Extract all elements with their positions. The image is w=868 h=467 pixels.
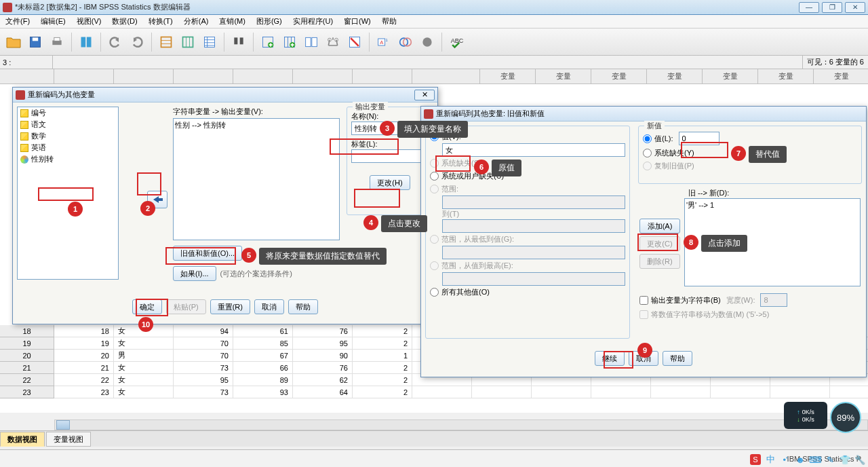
radio-range-low[interactable]: 范围，从最低到值(G): [430,233,625,246]
tab-data-view[interactable]: 数据视图 [0,432,45,447]
column-variable[interactable]: 变量 [703,69,758,84]
if-button[interactable]: 如果(I)... [173,266,216,281]
minimize-button[interactable]: — [799,2,819,13]
show-all-icon[interactable] [418,33,437,52]
menu-file[interactable]: 文件(F) [0,15,35,28]
svg-rect-6 [161,37,172,47]
ime-icon[interactable]: S [750,454,761,465]
scale-icon [20,132,28,141]
menu-data[interactable]: 数据(D) [106,15,142,28]
redo-icon[interactable] [127,33,146,52]
toolbar: A1 ABC [0,29,868,56]
menu-window[interactable]: 窗口(W) [338,15,376,28]
annotation-label-7: 替代值 [749,146,787,163]
cancel-button[interactable]: 取消 [254,299,284,314]
column-variable[interactable]: 变量 [480,69,536,84]
scale-icon [20,109,28,117]
selected-list[interactable]: 性别 --> 性别转 [173,118,340,240]
menu-marketing[interactable]: 直销(M) [214,15,251,28]
tray-icon[interactable]: 👕 [840,454,850,465]
convert-numeric-checkbox[interactable]: 将数值字符串移动为数值(M) ('5'->5) [639,310,861,320]
help-button[interactable]: 帮助 [663,351,692,366]
annotation-box-9 [604,351,633,369]
value-labels-icon[interactable]: A1 [374,33,393,52]
annotation-box-3 [330,138,399,155]
horizontal-scrollbar[interactable] [54,419,868,430]
insert-case-icon[interactable] [258,33,277,52]
svg-rect-5 [87,37,92,47]
use-sets-icon[interactable] [396,33,415,52]
svg-rect-10 [240,37,243,44]
dialog-title: 重新编码为其他变量 [28,90,414,100]
keyboard-icon[interactable]: ⌨ [810,454,821,465]
range-low-input [442,246,625,259]
dialog-icon [16,90,25,100]
annotation-label-8: 点击添加 [701,235,747,252]
undo-icon[interactable] [106,33,125,52]
annotation-box-8 [637,234,678,251]
radio-all-other[interactable]: 所有其他值(O) [430,286,625,299]
window-title: *未标题2 [数据集2] - IBM SPSS Statistics 数据编辑器 [15,2,799,12]
tab-variable-view[interactable]: 变量视图 [46,432,91,447]
spellcheck-icon[interactable]: ABC [447,33,466,52]
add-button[interactable]: 添加(A) [639,219,680,234]
print-icon[interactable] [47,33,66,52]
save-icon[interactable] [26,33,45,52]
menu-transform[interactable]: 转换(T) [143,15,178,28]
menu-help[interactable]: 帮助 [376,15,402,28]
goto-var-icon[interactable] [178,33,197,52]
annotation-box-4 [354,189,400,208]
variables-icon[interactable] [200,33,219,52]
column-variable[interactable]: 变量 [647,69,703,84]
open-icon[interactable] [4,33,23,52]
annotation-box-10 [136,299,168,316]
menu-graphs[interactable]: 图形(G) [251,15,288,28]
output-string-checkbox[interactable]: 输出变量为字符串(B) [639,295,721,305]
menu-analyze[interactable]: 分析(A) [178,15,214,28]
insert-var-icon[interactable] [280,33,299,52]
help-button[interactable]: 帮助 [288,299,318,314]
range-from-input [442,195,625,209]
table-row[interactable]: 2323女7393642 [0,386,868,398]
dialog-icon [424,109,433,119]
column-variable[interactable]: 变量 [814,69,868,84]
maximize-button[interactable]: ❐ [822,2,842,13]
menu-edit[interactable]: 编辑(E) [35,15,71,28]
svg-point-25 [422,37,431,46]
radio-new-value[interactable]: 值(L): [643,130,857,147]
goto-case-icon[interactable] [157,33,176,52]
paste-button[interactable]: 粘贴(P) [166,299,206,314]
find-icon[interactable] [229,33,248,52]
weight-icon[interactable] [323,33,342,52]
dialog-close-icon[interactable]: ✕ [414,90,435,100]
tray-icon[interactable]: ✎ [825,454,835,465]
tray-icon[interactable]: •' [780,454,791,465]
split-file-icon[interactable] [302,33,321,52]
column-variable[interactable]: 变量 [536,69,591,84]
annotation-box-1 [38,187,94,201]
radio-range-high[interactable]: 范围，从值到最高(E): [430,259,625,272]
menu-view[interactable]: 视图(V) [71,15,107,28]
scale-icon [20,144,28,152]
system-tray: S 中 •' ☻ ⌨ ✎ 👕 🔧 [750,454,865,465]
radio-range[interactable]: 范围: [430,183,625,195]
formula-bar: 3 : 可见：6 变量的 6 [0,56,868,69]
select-cases-icon[interactable] [345,33,364,52]
change-button[interactable]: 更改(H) [370,175,410,190]
status-bar: IBM SPSS Statistics P [0,449,868,467]
tray-icon[interactable]: 中 [765,454,776,465]
settings-icon[interactable]: 🔧 [854,454,865,465]
close-button[interactable]: ✕ [845,2,865,13]
tray-icon[interactable]: ☻ [795,454,806,465]
column-variable[interactable]: 变量 [758,69,814,84]
column-variable[interactable]: 变量 [591,69,647,84]
svg-rect-4 [81,37,86,47]
delete-mapping-button[interactable]: 删除(R) [639,254,680,269]
old-value-input[interactable] [442,143,625,157]
recall-dialog-icon[interactable] [77,33,96,52]
menu-utilities[interactable]: 实用程序(U) [288,15,338,28]
new-value-group: 新值 [644,121,665,131]
menu-bar: 文件(F) 编辑(E) 视图(V) 数据(D) 转换(T) 分析(A) 直销(M… [0,15,868,29]
svg-rect-15 [306,37,311,46]
reset-button[interactable]: 重置(R) [210,299,250,314]
